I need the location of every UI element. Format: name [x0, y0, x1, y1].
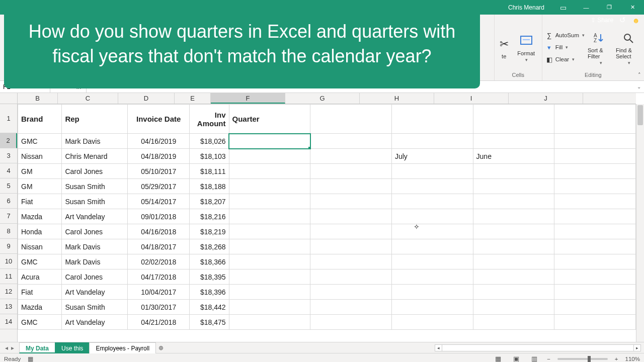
page-break-view-icon[interactable]: ▥ — [529, 355, 540, 362]
cell[interactable] — [229, 315, 310, 330]
cell[interactable] — [229, 194, 310, 209]
column-header[interactable]: J — [509, 93, 583, 104]
cell[interactable] — [391, 194, 473, 209]
cell[interactable]: $18,475 — [189, 315, 229, 330]
format-button[interactable]: Format ▾ — [514, 30, 539, 66]
close-button[interactable]: ✕ — [621, 0, 644, 15]
column-header[interactable]: C — [58, 93, 118, 104]
cell[interactable] — [229, 285, 310, 300]
cell[interactable]: Mark Davis — [62, 254, 128, 269]
cell[interactable] — [473, 179, 554, 194]
cell[interactable]: 05/14/2017 — [128, 194, 189, 209]
restore-button[interactable]: ❐ — [598, 0, 621, 15]
new-sheet-button[interactable]: ⊕ — [155, 344, 167, 351]
tab-scroll-right-icon[interactable]: ▸ — [11, 344, 14, 351]
cell[interactable] — [310, 269, 392, 285]
expand-formula-bar-icon[interactable]: ⌄ — [637, 84, 641, 89]
cell[interactable] — [310, 239, 392, 254]
cell[interactable] — [473, 194, 554, 209]
select-all-corner[interactable] — [0, 93, 18, 104]
autosum-button[interactable]: ∑ AutoSum▾ — [545, 30, 585, 41]
cell[interactable]: GMC — [18, 315, 62, 330]
cell[interactable]: 04/21/2018 — [128, 315, 189, 330]
cell[interactable]: $18,366 — [189, 254, 229, 269]
row-header[interactable]: 7 — [0, 209, 17, 224]
cell[interactable] — [229, 254, 310, 269]
user-name[interactable]: Chris Menard — [501, 4, 551, 11]
cell[interactable]: $18,188 — [189, 179, 229, 194]
cell[interactable] — [473, 134, 554, 149]
cell[interactable]: 04/16/2018 — [128, 224, 189, 239]
cell[interactable] — [229, 134, 310, 149]
cell[interactable]: $18,396 — [189, 285, 229, 300]
cell[interactable] — [310, 194, 392, 209]
cell[interactable]: $18,026 — [189, 134, 229, 149]
cell[interactable] — [391, 315, 473, 330]
cell[interactable]: 10/04/2017 — [128, 285, 189, 300]
row-header[interactable]: 3 — [0, 148, 17, 163]
cell[interactable]: Fiat — [18, 194, 62, 209]
cell[interactable]: Nissan — [18, 149, 62, 164]
cell[interactable]: Mark Davis — [62, 134, 128, 149]
cell[interactable]: Carol Jones — [62, 269, 128, 285]
cell[interactable] — [310, 179, 392, 194]
cell[interactable]: 01/30/2017 — [128, 300, 189, 315]
cell[interactable] — [473, 209, 554, 224]
cell[interactable]: Quarter — [229, 105, 310, 134]
cell[interactable] — [229, 164, 310, 179]
cell[interactable] — [310, 315, 392, 330]
history-icon[interactable]: ↺ — [619, 16, 626, 25]
column-header[interactable]: G — [285, 93, 360, 104]
cell[interactable] — [554, 194, 636, 209]
sheet-tab[interactable]: Use this — [55, 342, 90, 353]
cell[interactable]: $18,111 — [189, 164, 229, 179]
cell[interactable]: $18,207 — [189, 194, 229, 209]
cell[interactable] — [391, 134, 473, 149]
cell[interactable] — [229, 224, 310, 239]
cell[interactable] — [473, 285, 554, 300]
cell[interactable] — [554, 239, 636, 254]
cell[interactable] — [554, 164, 636, 179]
cell[interactable] — [554, 254, 636, 269]
sheet-tab[interactable]: Employees - Payroll — [89, 342, 156, 353]
cell[interactable]: GMC — [18, 134, 62, 149]
column-header[interactable]: I — [434, 93, 509, 104]
cell[interactable]: Chris Menard — [62, 149, 128, 164]
worksheet-grid[interactable]: BCDEFGHIJ 1234567891011121314 BrandRepIn… — [0, 93, 644, 342]
cell[interactable]: Carol Jones — [62, 224, 128, 239]
cell[interactable] — [554, 134, 636, 149]
cell[interactable] — [229, 239, 310, 254]
cell[interactable] — [554, 179, 636, 194]
cell[interactable]: 05/29/2017 — [128, 179, 189, 194]
normal-view-icon[interactable]: ▦ — [493, 355, 504, 362]
cell[interactable] — [229, 149, 310, 164]
cell[interactable]: $18,268 — [189, 239, 229, 254]
cell[interactable]: $18,219 — [189, 224, 229, 239]
row-header[interactable]: 12 — [0, 284, 17, 299]
cell[interactable] — [473, 164, 554, 179]
cell[interactable]: 04/16/2019 — [128, 134, 189, 149]
row-header[interactable]: 6 — [0, 194, 17, 209]
cell[interactable]: Fiat — [18, 285, 62, 300]
cell[interactable]: 02/02/2018 — [128, 254, 189, 269]
cell[interactable] — [554, 224, 636, 239]
zoom-level[interactable]: 110% — [625, 356, 640, 362]
column-header[interactable]: E — [175, 93, 211, 104]
column-headers[interactable]: BCDEFGHIJ — [18, 93, 636, 104]
cell[interactable]: GM — [18, 164, 62, 179]
cell[interactable]: GM — [18, 179, 62, 194]
row-header[interactable]: 4 — [0, 163, 17, 178]
column-header[interactable]: H — [360, 93, 434, 104]
cell[interactable]: Invoice Date — [128, 105, 189, 134]
cell[interactable] — [473, 315, 554, 330]
cell[interactable]: Honda — [18, 224, 62, 239]
cell[interactable] — [554, 209, 636, 224]
cell[interactable] — [310, 300, 392, 315]
cell[interactable] — [229, 179, 310, 194]
fill-button[interactable]: ▾ Fill▾ — [545, 42, 585, 53]
cell[interactable] — [310, 254, 392, 269]
row-header[interactable]: 13 — [0, 299, 17, 314]
row-header[interactable]: 11 — [0, 269, 17, 284]
ribbon-display-options-icon[interactable]: ▭ — [551, 0, 575, 15]
cell[interactable] — [473, 105, 554, 134]
